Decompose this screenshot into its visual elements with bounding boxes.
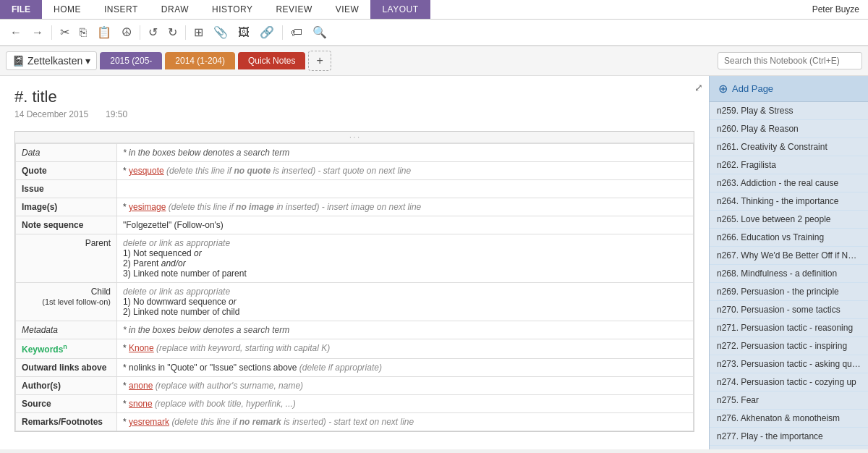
add-page-button[interactable]: ⊕ Add Page: [710, 76, 868, 102]
right-sidebar: ⊕ Add Page n259. Play & Stress n260. Pla…: [709, 76, 868, 449]
sep3: [185, 25, 186, 40]
table-row: Outward links above * nolinks in "Quote"…: [16, 359, 694, 377]
link-btn[interactable]: 🔗: [255, 23, 278, 41]
table-resize-handle[interactable]: · · ·: [15, 132, 694, 143]
user-name: Peter Buyze: [804, 0, 868, 19]
snone-link[interactable]: snone: [129, 399, 153, 409]
page-item-n265[interactable]: n265. Love between 2 people: [710, 211, 868, 229]
note-table: Data * in the boxes below denotes a sear…: [15, 143, 694, 431]
page-item-n263[interactable]: n263. Addiction - the real cause: [710, 174, 868, 192]
copy-btn[interactable]: ⎘: [75, 24, 91, 41]
tab-layout[interactable]: LAYOUT: [370, 0, 430, 19]
sep1: [51, 25, 52, 40]
page-item-n276[interactable]: n276. Akhenaton & monotheism: [710, 410, 868, 428]
tab-2014[interactable]: 2014 (1-204): [165, 52, 235, 69]
content-area: ⤢ #. title 14 December 2015 19:50 · · · …: [0, 76, 709, 449]
tab-home[interactable]: HOME: [42, 0, 93, 19]
keywords-green-label: Keywords: [22, 344, 63, 355]
pic-btn[interactable]: 🖼: [234, 24, 254, 41]
table-row: Note sequence "Folgezettel" (Follow-on's…: [16, 216, 694, 234]
page-meta: 14 December 2015 19:50: [14, 109, 694, 119]
table-row: Metadata * in the boxes below denotes a …: [16, 321, 694, 339]
table-btn[interactable]: ⊞: [190, 23, 208, 41]
tab-quick-notes[interactable]: Quick Notes: [238, 52, 305, 69]
format-painter-btn[interactable]: ☮: [117, 23, 136, 41]
tab-review[interactable]: REVIEW: [264, 0, 323, 19]
add-page-label: Add Page: [732, 83, 773, 94]
tab-insert[interactable]: INSERT: [93, 0, 150, 19]
page-item-n271[interactable]: n271. Persuasion tactic - reasoning: [710, 319, 868, 337]
page-item-n272[interactable]: n272. Persuasion tactic - inspiring: [710, 337, 868, 355]
cut-btn[interactable]: ✂: [56, 23, 74, 41]
expand-icon[interactable]: ⤢: [694, 82, 703, 93]
chevron-down-icon: ▾: [85, 55, 90, 67]
page-item-n269[interactable]: n269. Persuasion - the principle: [710, 283, 868, 301]
table-row: Quote * yesquote (delete this line if no…: [16, 162, 694, 180]
page-item-n262[interactable]: n262. Fragilista: [710, 156, 868, 174]
yes-quote-link[interactable]: yesquote: [129, 166, 164, 176]
attach-btn[interactable]: 📎: [209, 23, 232, 41]
tab-draw[interactable]: DRAW: [150, 0, 200, 19]
data-hint: * in the boxes below denotes a search te…: [123, 148, 289, 158]
page-item-n273[interactable]: n273. Persuasion tactic - asking questio…: [710, 355, 868, 373]
parent-hint: delete or link as appropriate: [123, 238, 687, 248]
page-date: 14 December 2015: [14, 109, 88, 119]
authors-value: * anone (replace with author's surname, …: [117, 377, 694, 395]
page-item-n266[interactable]: n266. Education vs Training: [710, 229, 868, 247]
yes-image-link[interactable]: yesimage: [129, 202, 166, 212]
metadata-label: Metadata: [16, 321, 117, 339]
page-item-n267[interactable]: n267. Why We'd Be Better Off if Napoleon: [710, 247, 868, 265]
metadata-value: * in the boxes below denotes a search te…: [117, 321, 694, 339]
keyword-superscript: n: [63, 343, 67, 350]
page-item-n260[interactable]: n260. Play & Reason: [710, 120, 868, 138]
page-item-n278[interactable]: n278. Julius Caesar (Figure de Proue) - …: [710, 446, 868, 449]
main-layout: ⤢ #. title 14 December 2015 19:50 · · · …: [0, 76, 868, 449]
page-item-n277[interactable]: n277. Play - the importance: [710, 428, 868, 446]
paste-btn[interactable]: 📋: [93, 23, 116, 41]
tag-btn[interactable]: 🏷: [286, 24, 307, 41]
page-item-n268[interactable]: n268. Mindfulness - a definition: [710, 265, 868, 283]
back-btn[interactable]: ←: [6, 24, 26, 41]
page-item-n264[interactable]: n264. Thinking - the importance: [710, 192, 868, 211]
quote-label: Quote: [16, 162, 117, 180]
yesremark-link[interactable]: yesremark: [129, 417, 169, 427]
page-item-n259[interactable]: n259. Play & Stress: [710, 102, 868, 120]
search-input[interactable]: [718, 52, 862, 69]
issue-value: [117, 180, 694, 198]
page-item-n270[interactable]: n270. Persuasion - some tactics: [710, 301, 868, 319]
quote-value: * yesquote (delete this line if no quote…: [117, 162, 694, 180]
page-item-n261[interactable]: n261. Creativity & Constraint: [710, 138, 868, 156]
authors-hint: (replace with author's surname, name): [156, 381, 303, 391]
keywords-label: Keywordsn: [16, 339, 117, 359]
parent-option1: 1) Not sequenced or: [123, 248, 687, 258]
tab-history[interactable]: HISTORY: [200, 0, 264, 19]
anone-link[interactable]: anone: [129, 381, 153, 391]
images-label: Image(s): [16, 198, 117, 216]
search-btn[interactable]: 🔍: [308, 23, 331, 41]
redo-btn[interactable]: ↻: [163, 23, 182, 41]
outward-value: * nolinks in "Quote" or "Issue" sections…: [117, 359, 694, 377]
file-tab[interactable]: FILE: [0, 0, 42, 19]
child-value: delete or link as appropriate 1) No down…: [117, 283, 694, 321]
notebook-selector[interactable]: 📓 Zettelkasten ▾: [6, 51, 97, 70]
remarks-label: Remarks/Footnotes: [16, 413, 117, 431]
parent-option2: 2) Parent and/or: [123, 258, 687, 268]
undo-btn[interactable]: ↺: [144, 23, 162, 41]
table-row: Image(s) * yesimage (delete this line if…: [16, 198, 694, 216]
forward-btn[interactable]: →: [27, 24, 48, 41]
table-row: Data * in the boxes below denotes a sear…: [16, 144, 694, 162]
images-value: * yesimage (delete this line if no image…: [117, 198, 694, 216]
note-seq-label: Note sequence: [16, 216, 117, 234]
parent-value: delete or link as appropriate 1) Not seq…: [117, 234, 694, 283]
page-item-n275[interactable]: n275. Fear: [710, 391, 868, 410]
child-option1: 1) No downward sequence or: [123, 297, 687, 307]
add-tab-btn[interactable]: +: [308, 51, 331, 71]
add-page-icon: ⊕: [718, 82, 728, 96]
images-hint: (delete this line if no image in inserte…: [169, 202, 422, 212]
metadata-hint: * in the boxes below denotes a search te…: [123, 325, 289, 335]
page-item-n274[interactable]: n274. Persuasion tactic - cozying up: [710, 373, 868, 391]
tab-2015[interactable]: 2015 (205-: [100, 52, 162, 69]
knone-link[interactable]: Knone: [129, 343, 154, 353]
tab-view[interactable]: VIEW: [324, 0, 371, 19]
table-row: Child(1st level follow-on) delete or lin…: [16, 283, 694, 321]
